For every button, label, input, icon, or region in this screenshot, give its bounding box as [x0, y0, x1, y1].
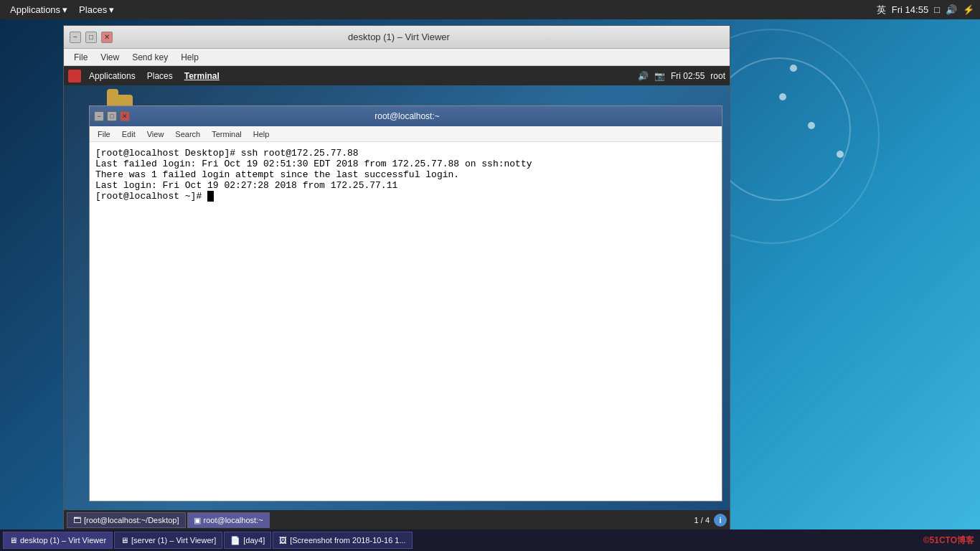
- virt-viewer-window: − □ ✕ desktop (1) – Virt Viewer File Vie…: [63, 25, 730, 531]
- window-title: desktop (1) – Virt Viewer: [113, 32, 685, 42]
- display-icon: □: [934, 4, 940, 15]
- watermark: ©51CTO博客: [923, 534, 974, 547]
- taskbar-icon-1: 🖥: [121, 536, 128, 545]
- taskbar-item-1[interactable]: 🖥 [server (1) – Virt Viewer]: [114, 532, 222, 549]
- menu-view[interactable]: View: [95, 51, 125, 64]
- vm-task-terminal[interactable]: ▣ root@localhost:~: [187, 512, 270, 528]
- term-menu-view[interactable]: View: [142, 129, 169, 139]
- places-menu[interactable]: Places ▾: [75, 4, 118, 15]
- vm-app-icon: [68, 70, 81, 83]
- applications-arrow: ▾: [62, 4, 67, 15]
- topbar-right: 英 Fri 14:55 □ 🔊 ⚡: [877, 4, 974, 17]
- menu-send-key[interactable]: Send key: [126, 51, 174, 64]
- applications-menu[interactable]: Applications ▾: [6, 4, 72, 15]
- taskbar-label-0: desktop (1) – Virt Viewer: [20, 536, 106, 545]
- terminal-content[interactable]: [root@localhost Desktop]# ssh root@172.2…: [90, 142, 722, 501]
- taskbar-label-3: [Screenshot from 2018-10-16 1...: [290, 536, 405, 545]
- vm-clock: Fri 02:55: [671, 71, 705, 81]
- language-indicator[interactable]: 英: [877, 4, 886, 17]
- terminal-menubar: File Edit View Search Terminal Help: [90, 126, 722, 142]
- vm-places-menu[interactable]: Places: [143, 71, 176, 81]
- vm-terminal-label[interactable]: Terminal: [181, 71, 223, 81]
- taskbar-item-3[interactable]: 🖼 [Screenshot from 2018-10-16 1...: [273, 532, 412, 549]
- vm-topbar-right: 🔊 📷 Fri 02:55 root: [638, 71, 725, 81]
- virt-viewer-titlebar: − □ ✕ desktop (1) – Virt Viewer: [64, 26, 730, 49]
- term-minimize[interactable]: −: [94, 111, 104, 121]
- term-menu-file[interactable]: File: [93, 129, 116, 139]
- term-menu-help[interactable]: Help: [248, 129, 275, 139]
- close-button[interactable]: ✕: [101, 32, 113, 43]
- maximize-button[interactable]: □: [85, 32, 97, 43]
- vm-applications-menu[interactable]: Applications: [85, 71, 139, 81]
- menu-help[interactable]: Help: [175, 51, 204, 64]
- terminal-window: − □ ✕ root@localhost:~ File Edit View Se…: [89, 105, 722, 501]
- vm-page-indicator: 1 / 4: [694, 516, 710, 524]
- terminal-cursor: [207, 191, 214, 202]
- system-topbar: Applications ▾ Places ▾ 英 Fri 14:55 □ 🔊 …: [0, 0, 980, 19]
- taskbar-item-0[interactable]: 🖥 desktop (1) – Virt Viewer: [3, 532, 113, 549]
- term-close[interactable]: ✕: [120, 111, 130, 121]
- window-controls: − □ ✕: [70, 32, 113, 43]
- term-menu-edit[interactable]: Edit: [117, 129, 141, 139]
- taskbar-label-2: [day4]: [243, 536, 265, 545]
- applications-label: Applications: [10, 4, 60, 15]
- terminal-titlebar: − □ ✕ root@localhost:~: [90, 106, 722, 126]
- volume-icon: 🔊: [946, 4, 957, 15]
- term-menu-search[interactable]: Search: [170, 129, 205, 139]
- vm-task-icon-2: ▣: [194, 516, 201, 525]
- vm-topbar-left: Applications Places Terminal: [68, 70, 223, 83]
- vm-info-button[interactable]: i: [714, 514, 727, 527]
- vm-screenshot-icon: 📷: [654, 71, 665, 81]
- taskbar-item-2[interactable]: 📄 [day4]: [224, 532, 271, 549]
- minimize-button[interactable]: −: [70, 32, 81, 43]
- vm-user: root: [710, 71, 725, 81]
- places-arrow: ▾: [109, 4, 114, 15]
- term-menu-terminal[interactable]: Terminal: [207, 129, 247, 139]
- taskbar-icon-2: 📄: [230, 536, 240, 545]
- vm-task-label-2: root@localhost:~: [204, 516, 263, 524]
- menu-file[interactable]: File: [68, 51, 93, 64]
- taskbar-icon-0: 🖥: [9, 536, 17, 545]
- virt-viewer-menubar: File View Send key Help: [64, 49, 730, 66]
- vm-task-icon-1: 🗔: [73, 516, 81, 524]
- vm-volume-icon: 🔊: [638, 71, 649, 81]
- taskbar: 🖥 desktop (1) – Virt Viewer 🖥 [server (1…: [0, 529, 980, 551]
- vm-taskbar-right: 1 / 4 i: [694, 514, 727, 527]
- term-maximize[interactable]: □: [107, 111, 117, 121]
- vm-desktop: Applications Places Terminal 🔊 📷 Fri 02:…: [64, 66, 730, 530]
- vm-task-label-1: [root@localhost:~/Desktop]: [84, 516, 179, 524]
- power-icon: ⚡: [963, 4, 974, 15]
- desktop: Applications ▾ Places ▾ 英 Fri 14:55 □ 🔊 …: [0, 0, 980, 551]
- vm-task-desktop[interactable]: 🗔 [root@localhost:~/Desktop]: [67, 512, 186, 528]
- vm-taskbar: 🗔 [root@localhost:~/Desktop] ▣ root@loca…: [64, 510, 730, 530]
- clock: Fri 14:55: [892, 4, 928, 15]
- terminal-title: root@localhost:~: [130, 111, 684, 121]
- taskbar-label-1: [server (1) – Virt Viewer]: [131, 536, 216, 545]
- places-label: Places: [79, 4, 107, 15]
- vm-topbar: Applications Places Terminal 🔊 📷 Fri 02:…: [64, 66, 730, 85]
- topbar-left: Applications ▾ Places ▾: [6, 4, 118, 15]
- taskbar-icon-3: 🖼: [279, 536, 287, 545]
